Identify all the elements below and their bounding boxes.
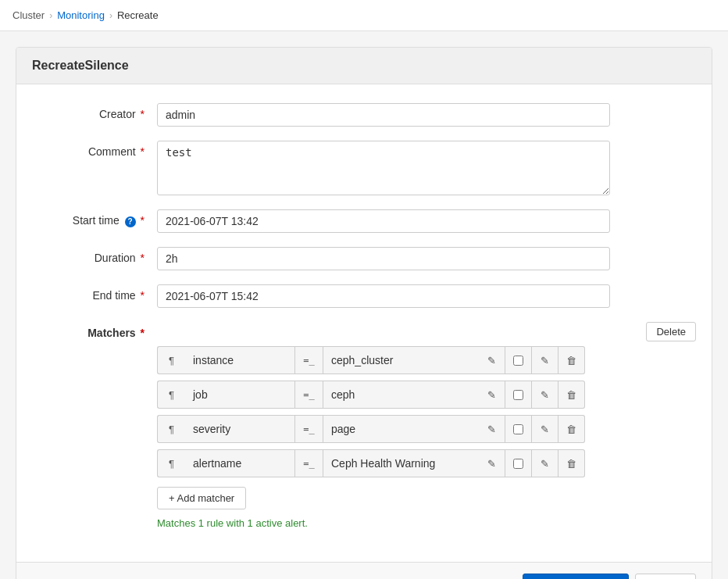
breadcrumb-sep-2: › [109,10,112,21]
end-time-label: End time * [32,284,157,302]
breadcrumb: Cluster › Monitoring › Recreate [0,0,728,31]
duration-required: * [141,252,145,264]
matcher-delete-btn[interactable]: 🗑 [558,415,585,443]
matchers-section: Matchers * Delete ¶ instance =_ ceph_clu… [32,322,696,529]
matcher-row: ¶ severity =_ page ✎ ✎ 🗑 [157,415,696,443]
matcher-row: ¶ job =_ ceph ✎ ✎ 🗑 [157,381,696,409]
matcher-regex-btn[interactable]: ✎ [479,346,505,374]
matcher-operator-cell: =_ [294,449,323,477]
end-time-input[interactable] [157,284,610,308]
add-matcher-button[interactable]: + Add matcher [157,487,246,509]
duration-group: Duration * [32,247,696,270]
matcher-regex-btn[interactable]: ✎ [479,415,505,443]
matcher-checkbox[interactable] [513,459,523,469]
match-info: Matches 1 rule with 1 active alert. [157,517,696,529]
creator-label: Creator * [32,103,157,120]
matcher-type-icon: ¶ [157,415,185,443]
matcher-delete-btn[interactable]: 🗑 [558,381,585,409]
matcher-type-icon: ¶ [157,381,185,409]
matcher-delete-btn[interactable]: 🗑 [558,449,585,477]
card-footer: RecreateSilence Cancel [16,562,712,579]
matchers-required: * [141,327,145,339]
duration-input[interactable] [157,247,610,270]
end-time-group: End time * [32,284,696,308]
comment-group: Comment * test [32,141,696,195]
matcher-operator-cell: =_ [294,346,323,374]
matcher-name-cell: instance [185,346,294,374]
card-body: Creator * Comment * test Start time ? * [16,84,712,562]
delete-all-button[interactable]: Delete [646,322,696,341]
recreate-silence-button[interactable]: RecreateSilence [523,574,630,579]
card-header: RecreateSilence [16,48,712,84]
end-time-required: * [141,289,145,302]
matchers-content: Delete ¶ instance =_ ceph_cluster ✎ ✎ 🗑 [157,322,696,529]
breadcrumb-sep-1: › [49,10,52,21]
start-time-info-icon[interactable]: ? [125,216,136,227]
start-time-label: Start time ? * [32,209,157,227]
matcher-checkbox-cell [505,346,532,374]
start-time-required: * [141,214,145,227]
matcher-delete-btn[interactable]: 🗑 [558,346,585,374]
matcher-value-cell: page [323,415,479,443]
breadcrumb-current: Recreate [117,9,159,21]
creator-required: * [141,108,145,120]
matcher-value-cell: ceph [323,381,479,409]
matcher-edit-btn[interactable]: ✎ [532,381,558,409]
card-title: RecreateSilence [32,59,696,73]
matcher-type-icon: ¶ [157,346,185,374]
breadcrumb-cluster[interactable]: Cluster [12,9,45,21]
main-card: RecreateSilence Creator * Comment * test [16,47,712,579]
comment-required: * [141,145,145,158]
cancel-button[interactable]: Cancel [635,574,696,579]
comment-label: Comment * [32,141,157,158]
matcher-edit-btn[interactable]: ✎ [532,415,558,443]
page-container: RecreateSilence Creator * Comment * test [0,31,728,579]
matcher-name-cell: alertname [185,449,294,477]
matcher-checkbox-cell [505,449,532,477]
matcher-checkbox[interactable] [513,424,523,434]
matcher-checkbox-cell [505,415,532,443]
matchers-label: Matchers * [32,322,157,339]
comment-input[interactable]: test [157,141,610,195]
matcher-value-cell: Ceph Health Warning [323,449,479,477]
matcher-name-cell: job [185,381,294,409]
matcher-row: ¶ instance =_ ceph_cluster ✎ ✎ 🗑 [157,346,696,374]
matcher-operator-cell: =_ [294,381,323,409]
start-time-group: Start time ? * [32,209,696,233]
matcher-edit-btn[interactable]: ✎ [532,449,558,477]
matcher-type-icon: ¶ [157,449,185,477]
duration-label: Duration * [32,247,157,264]
matcher-checkbox[interactable] [513,356,523,366]
creator-input[interactable] [157,103,610,127]
matcher-row: ¶ alertname =_ Ceph Health Warning ✎ ✎ 🗑 [157,449,696,477]
matcher-checkbox-cell [505,381,532,409]
matcher-operator-cell: =_ [294,415,323,443]
matcher-name-cell: severity [185,415,294,443]
matcher-regex-btn[interactable]: ✎ [479,449,505,477]
breadcrumb-monitoring[interactable]: Monitoring [57,9,105,21]
matcher-regex-btn[interactable]: ✎ [479,381,505,409]
start-time-input[interactable] [157,209,610,233]
matcher-value-cell: ceph_cluster [323,346,479,374]
matcher-edit-btn[interactable]: ✎ [532,346,558,374]
matchers-header: Delete [157,322,696,341]
matcher-checkbox[interactable] [513,390,523,400]
creator-group: Creator * [32,103,696,127]
